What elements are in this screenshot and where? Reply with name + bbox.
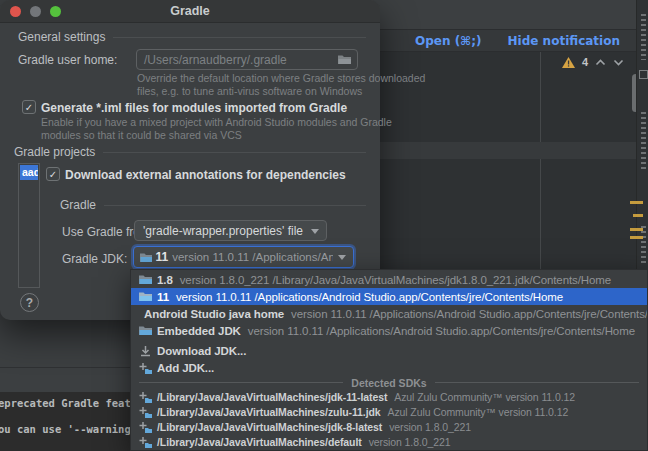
jdk-option-11-selected[interactable]: 11 version 11.0.11 /Applications/Android… [131, 288, 647, 305]
error-stripe-mark[interactable] [633, 214, 643, 217]
help-text: files, e.g. to tune anti-virus software … [137, 85, 362, 97]
section-gradle: Gradle [60, 198, 366, 212]
download-jdk-item[interactable]: Download JDK... [131, 342, 647, 359]
gradle-jdk-value-detail: version 11.0.11 /Applications/Androi [172, 251, 333, 263]
tool-window-button[interactable] [639, 70, 648, 79]
jdk-option-1-8[interactable]: 1.8 version 1.8.0_221 /Library/Java/Java… [131, 271, 647, 288]
project-list-item[interactable]: aad [20, 165, 38, 180]
section-gradle-projects: Gradle projects [14, 145, 366, 159]
error-stripe-mark[interactable] [630, 228, 643, 231]
console-line: ou can use '--warning- [0, 423, 137, 435]
console-line: eprecated Gradle featu [0, 397, 137, 409]
jdk-dropdown-popup: 1.8 version 1.8.0_221 /Library/Java/Java… [130, 269, 648, 451]
pane-divider [540, 52, 541, 270]
check-icon: ✓ [25, 102, 33, 113]
help-text: Enable if you have a mixed project with … [41, 116, 392, 128]
add-folder-icon [139, 391, 152, 403]
jdk-option-android-studio-java-home[interactable]: Android Studio java home version 11.0.11… [131, 305, 647, 322]
help-text: modules so that it could be shared via V… [41, 129, 242, 141]
selected-row-band [380, 142, 636, 159]
check-icon: ✓ [49, 169, 57, 180]
generate-iml-label[interactable]: Generate *.iml files for modules importe… [41, 101, 347, 115]
folder-icon [139, 291, 152, 302]
gradle-jdk-value-name: 11 [156, 250, 169, 264]
gradle-user-home-value: /Users/arnaudberry/.gradle [144, 53, 287, 67]
hide-notification-link[interactable]: Hide notification [508, 34, 620, 48]
add-folder-icon [139, 421, 152, 433]
open-link[interactable]: Open (⌘;) [415, 34, 482, 48]
error-stripe-mark[interactable] [630, 201, 643, 204]
add-icon [139, 362, 152, 374]
jdk-option-embedded-jdk[interactable]: Embedded JDK version 11.0.11 /Applicatio… [131, 322, 647, 339]
use-gradle-from-select[interactable]: 'gradle-wrapper.properties' file [134, 220, 327, 241]
warning-cluster: 4 [562, 56, 624, 68]
dropdown-arrow-icon [311, 229, 319, 234]
browse-folder-icon[interactable] [338, 54, 351, 65]
warning-count: 4 [582, 56, 588, 68]
minimize-button[interactable] [30, 6, 41, 17]
add-folder-icon [139, 406, 152, 418]
warning-icon [562, 57, 575, 68]
gradle-user-home-field[interactable]: /Users/arnaudberry/.gradle [136, 49, 358, 70]
folder-icon [139, 274, 152, 285]
gradle-jdk-label: Gradle JDK: [62, 252, 127, 266]
help-button[interactable]: ? [20, 293, 39, 312]
download-annotations-label[interactable]: Download external annotations for depend… [65, 168, 346, 182]
gradle-user-home-label: Gradle user home: [18, 53, 117, 67]
error-stripe-mark[interactable] [630, 236, 643, 239]
add-jdk-item[interactable]: Add JDK... [131, 359, 647, 376]
tool-window-button[interactable] [641, 14, 646, 60]
detected-sdk-default[interactable]: /Library/Java/JavaVirtualMachines/defaul… [131, 434, 647, 449]
dialog-title: Gradle [170, 4, 210, 18]
zoom-button[interactable] [50, 6, 61, 17]
section-general-settings: General settings [18, 30, 366, 44]
tool-window-button[interactable] [641, 226, 646, 266]
use-gradle-from-value: 'gradle-wrapper.properties' file [143, 224, 303, 238]
add-folder-icon [139, 436, 152, 448]
folder-icon [139, 325, 152, 336]
tool-window-button[interactable] [641, 112, 646, 170]
download-icon [139, 345, 152, 357]
dialog-title-bar[interactable]: Gradle [0, 0, 380, 23]
screenshot-root: Open (⌘;) Hide notification 4 [0, 0, 648, 451]
traffic-lights [10, 6, 61, 17]
dropdown-arrow-icon [338, 255, 346, 260]
download-annotations-checkbox[interactable]: ✓ [46, 167, 60, 181]
detected-sdks-header: Detected SDKs [131, 376, 647, 389]
help-text: Override the default location where Grad… [137, 72, 425, 84]
notification-bar: Open (⌘;) Hide notification [380, 29, 636, 52]
gradle-jdk-select[interactable]: 11 version 11.0.11 /Applications/Androi [133, 246, 354, 268]
folder-icon [140, 252, 152, 263]
detected-sdk-zulu-11[interactable]: /Library/Java/JavaVirtualMachines/zulu-1… [131, 404, 647, 419]
close-button[interactable] [10, 6, 21, 17]
detected-sdk-jdk-11-latest[interactable]: /Library/Java/JavaVirtualMachines/jdk-11… [131, 389, 647, 404]
detected-sdk-jdk-8-latest[interactable]: /Library/Java/JavaVirtualMachines/jdk-8-… [131, 419, 647, 434]
chevron-down-icon[interactable] [613, 59, 624, 66]
chevron-up-icon[interactable] [595, 59, 606, 66]
generate-iml-checkbox[interactable]: ✓ [22, 100, 36, 114]
project-list[interactable]: aad [18, 163, 40, 288]
editor-pane: 4 [380, 52, 636, 270]
